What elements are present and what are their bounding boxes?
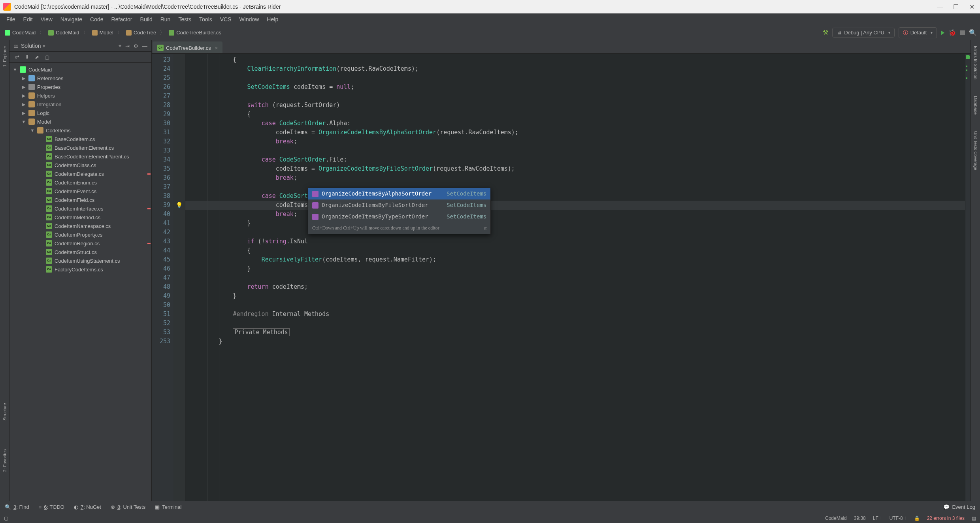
- menu-vcs[interactable]: VCS: [216, 15, 236, 24]
- menu-tools[interactable]: Tools: [195, 15, 216, 24]
- status-caret-pos[interactable]: 39:38: [854, 515, 866, 521]
- tool-structure[interactable]: Structure: [2, 401, 7, 423]
- breadcrumb-item[interactable]: Model: [100, 30, 113, 36]
- code-area[interactable]: 2324252627282930313233343536373839404142…: [152, 54, 971, 501]
- collapse-all-icon[interactable]: ⇥: [125, 43, 130, 49]
- tree-item[interactable]: C#CodeItemMethod.cs: [9, 213, 151, 222]
- menu-code[interactable]: Code: [86, 15, 107, 24]
- menu-help[interactable]: Help: [263, 15, 282, 24]
- tree-item[interactable]: ▶Properties: [9, 83, 151, 91]
- inspection-status-icon[interactable]: [966, 55, 970, 59]
- line-number-gutter[interactable]: 2324252627282930313233343536373839404142…: [152, 54, 173, 501]
- tree-item[interactable]: C#CodeItemClass.cs: [9, 161, 151, 169]
- status-menu-icon[interactable]: ▤: [972, 515, 976, 521]
- completion-item[interactable]: OrganizeCodeItemsByFileSortOrderSetCodeI…: [308, 199, 490, 211]
- tab-close-icon[interactable]: ×: [215, 45, 218, 51]
- tree-item[interactable]: C#BaseCodeItemElementParent.cs: [9, 152, 151, 161]
- status-line-ending[interactable]: LF ÷: [873, 515, 882, 521]
- menu-tests[interactable]: Tests: [174, 15, 195, 24]
- event-log-button[interactable]: 💬Event Log: [943, 504, 975, 510]
- breadcrumb-item[interactable]: CodeTree: [134, 30, 156, 36]
- completion-item[interactable]: OrganizeCodeItemsByAlphaSortOrderSetCode…: [308, 188, 490, 199]
- settings-icon[interactable]: ⚙: [134, 43, 138, 49]
- build-icon[interactable]: ⚒: [823, 29, 828, 36]
- main-area: 1: Explorer Structure 2: Favorites 🜲 Sol…: [0, 40, 980, 501]
- tree-item[interactable]: ▼CodeItems: [9, 126, 151, 135]
- sync-icon[interactable]: ⇄: [15, 54, 19, 60]
- lightbulb-icon[interactable]: 💡: [176, 201, 183, 210]
- tree-item[interactable]: C#CodeItemInterface.cs: [9, 204, 151, 213]
- target-config-dropdown[interactable]: ⓘ Default: [899, 27, 937, 38]
- tool-errors-in-solution[interactable]: Errors In Solution: [973, 43, 978, 82]
- hide-panel-icon[interactable]: —: [142, 43, 147, 49]
- tool-favorites[interactable]: 2: Favorites: [2, 447, 7, 474]
- status-encoding[interactable]: UTF-8 ÷: [890, 515, 907, 521]
- tree-item[interactable]: C#CodeItemRegion.cs: [9, 239, 151, 248]
- expand-icon[interactable]: ⬇: [25, 54, 29, 60]
- tree-label: References: [37, 75, 63, 81]
- tab-codetreebuilder[interactable]: C# CodeTreeBuilder.cs ×: [153, 41, 222, 53]
- scroll-from-source-icon[interactable]: ⌖: [119, 43, 121, 49]
- tree-item[interactable]: ▼CodeMaid: [9, 65, 151, 74]
- tree-item[interactable]: C#CodeItemEnum.cs: [9, 178, 151, 187]
- preview-icon[interactable]: ▢: [45, 54, 49, 60]
- tree-item[interactable]: ▶Helpers: [9, 91, 151, 100]
- run-config-dropdown[interactable]: 🖥 Debug | Any CPU: [832, 28, 895, 38]
- fold-gutter[interactable]: 💡: [173, 54, 185, 501]
- tree-item[interactable]: C#CodeItemDelegate.cs: [9, 169, 151, 178]
- stop-button[interactable]: [960, 30, 965, 35]
- run-button[interactable]: [941, 30, 944, 35]
- tree-item[interactable]: C#BaseCodeItem.cs: [9, 135, 151, 143]
- tree-item[interactable]: ▼Model: [9, 117, 151, 126]
- debug-button[interactable]: 🐞: [948, 29, 956, 36]
- bottom-tool-find[interactable]: 🔍3: Find: [5, 504, 29, 510]
- menu-edit[interactable]: Edit: [19, 15, 37, 24]
- breadcrumb-item[interactable]: CodeTreeBuilder.cs: [176, 30, 221, 36]
- bottom-tool-nuget[interactable]: ◐7: NuGet: [74, 504, 101, 510]
- status-box-icon[interactable]: ▢: [4, 515, 8, 521]
- search-everywhere-icon[interactable]: 🔍: [969, 29, 977, 36]
- maximize-button[interactable]: ☐: [952, 3, 959, 10]
- tree-item[interactable]: C#CodeItemEvent.cs: [9, 187, 151, 196]
- tree-item[interactable]: C#CodeItemStruct.cs: [9, 248, 151, 256]
- tree-item[interactable]: C#CodeItemNamespace.cs: [9, 222, 151, 230]
- tool-coverage[interactable]: Unit Tests Coverage: [973, 129, 978, 173]
- breadcrumb-item[interactable]: CodeMaid: [56, 30, 79, 36]
- solution-tree[interactable]: ▼CodeMaid▶References▶Properties▶Helpers▶…: [9, 63, 151, 501]
- show-all-icon[interactable]: ⬈: [35, 54, 39, 60]
- breadcrumb[interactable]: CodeMaid〉CodeMaid〉Model〉CodeTree〉CodeTre…: [3, 29, 223, 36]
- completion-popup[interactable]: OrganizeCodeItemsByAlphaSortOrderSetCode…: [308, 188, 491, 234]
- tree-item[interactable]: C#CodeItemProperty.cs: [9, 230, 151, 239]
- bottom-tool-unit-tests[interactable]: ⊗8: Unit Tests: [111, 504, 145, 510]
- status-errors[interactable]: 22 errors in 3 files: [927, 515, 965, 521]
- lock-icon[interactable]: 🔒: [914, 515, 920, 521]
- tree-label: CodeItemClass.cs: [55, 162, 96, 168]
- tool-database[interactable]: Database: [973, 94, 978, 117]
- menu-view[interactable]: View: [37, 15, 57, 24]
- tree-item[interactable]: C#FactoryCodeItems.cs: [9, 265, 151, 274]
- tool-explorer[interactable]: 1: Explorer: [2, 43, 7, 69]
- tree-item[interactable]: C#CodeItemUsingStatement.cs: [9, 256, 151, 265]
- foldr-icon: [28, 119, 35, 125]
- menu-build[interactable]: Build: [136, 15, 156, 24]
- menu-window[interactable]: Window: [236, 15, 263, 24]
- bottom-tool-terminal[interactable]: ▣Terminal: [155, 504, 181, 510]
- minimize-button[interactable]: —: [937, 3, 944, 10]
- tree-item[interactable]: C#CodeItemField.cs: [9, 196, 151, 204]
- close-button[interactable]: ✕: [968, 3, 975, 10]
- completion-label: OrganizeCodeItemsByTypeSortOrder: [322, 212, 428, 221]
- menu-navigate[interactable]: Navigate: [57, 15, 86, 24]
- menu-file[interactable]: File: [2, 15, 19, 24]
- tree-item[interactable]: ▶References: [9, 74, 151, 83]
- error-stripe[interactable]: [965, 54, 971, 501]
- completion-item[interactable]: OrganizeCodeItemsByTypeSortOrderSetCodeI…: [308, 211, 490, 222]
- tree-item[interactable]: ▶Integration: [9, 100, 151, 109]
- code-text[interactable]: { ClearHierarchyInformation(request.RawC…: [185, 54, 963, 501]
- breadcrumb-item[interactable]: CodeMaid: [12, 30, 36, 36]
- menu-refactor[interactable]: Refactor: [107, 15, 136, 24]
- tree-item[interactable]: C#BaseCodeItemElement.cs: [9, 143, 151, 152]
- tree-item[interactable]: ▶Logic: [9, 109, 151, 117]
- menu-run[interactable]: Run: [156, 15, 175, 24]
- window-title: CodeMaid [C:\repos\codemaid-master] - ..…: [14, 4, 937, 10]
- bottom-tool-todo[interactable]: ≡6: TODO: [39, 504, 64, 510]
